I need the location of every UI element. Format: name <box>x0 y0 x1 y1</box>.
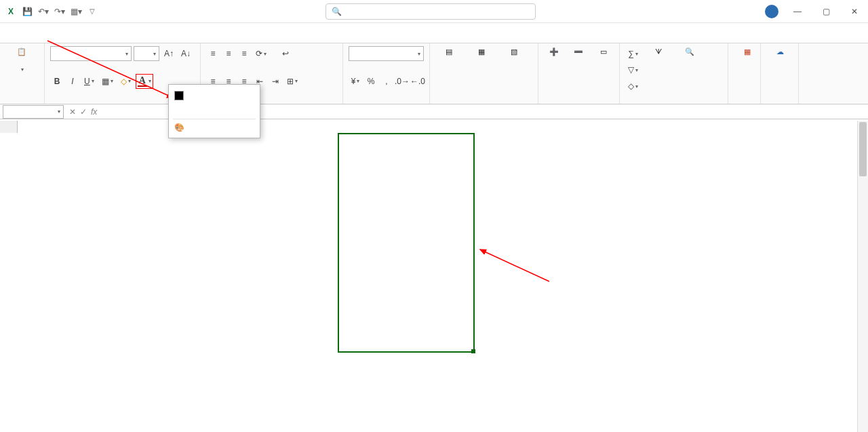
scrollbar-thumb[interactable] <box>859 122 867 176</box>
search-icon: 🔍 <box>332 7 342 16</box>
save-group-label <box>766 101 793 102</box>
conditional-format-button[interactable]: ▤ <box>435 46 462 65</box>
merge-center-button[interactable]: ⊞ <box>284 74 300 89</box>
align-bottom-icon[interactable]: ≡ <box>237 46 251 61</box>
increase-decimal-icon[interactable]: .0→ <box>395 74 409 89</box>
addin-icon: ▦ <box>739 47 755 64</box>
insert-cells-button[interactable]: ➕ <box>544 46 564 65</box>
name-box[interactable]: ▾ <box>3 105 64 119</box>
fill-color-button[interactable]: ◇ <box>118 74 134 89</box>
font-name-select[interactable]: ▾ <box>50 46 132 61</box>
select-all-corner[interactable] <box>0 121 18 133</box>
cancel-formula-icon[interactable]: ✕ <box>69 107 76 117</box>
font-size-select[interactable]: ▾ <box>134 46 159 61</box>
underline-button[interactable]: U▾ <box>81 74 97 89</box>
user-avatar[interactable] <box>765 5 778 18</box>
cell-styles-button[interactable]: ▧ <box>500 46 528 65</box>
percent-format-icon[interactable]: % <box>364 74 378 89</box>
font-color-dropdown[interactable]: 🎨 <box>168 84 260 138</box>
paste-button[interactable]: 📋 ▾ <box>8 46 35 73</box>
standard-color-row[interactable] <box>173 113 256 116</box>
italic-button[interactable]: I <box>66 74 79 89</box>
addins-button[interactable]: ▦ <box>734 46 761 65</box>
excel-icon: X <box>5 6 16 17</box>
align-top-icon[interactable]: ≡ <box>206 46 220 61</box>
bold-button[interactable]: B <box>50 74 64 89</box>
fill-handle[interactable] <box>471 349 475 353</box>
decrease-decimal-icon[interactable]: ←.0 <box>411 74 425 89</box>
qat-customize-icon[interactable]: ▽ <box>87 6 98 17</box>
autosum-icon[interactable]: ∑ <box>625 46 641 61</box>
maximize-button[interactable]: ▢ <box>816 2 835 21</box>
font-color-button[interactable]: A▾ <box>136 74 153 89</box>
comma-format-icon[interactable]: , <box>380 74 393 89</box>
undo-icon[interactable]: ↶▾ <box>38 6 49 17</box>
format-icon: ▭ <box>595 47 612 64</box>
insert-icon: ➕ <box>546 47 562 64</box>
increase-indent-icon[interactable]: ⇥ <box>269 74 282 89</box>
find-select-button[interactable]: 🔍 <box>676 46 703 65</box>
fx-icon[interactable]: fx <box>91 107 97 117</box>
worksheet-grid[interactable] <box>0 121 868 432</box>
delete-cells-button[interactable]: ➖ <box>568 46 589 65</box>
format-as-table-button[interactable]: ▦ <box>468 46 495 65</box>
wrap-text-button[interactable]: ↩ <box>279 46 292 61</box>
sort-filter-button[interactable]: ᗐ <box>645 46 672 65</box>
clear-icon[interactable]: ◇ <box>625 79 641 94</box>
table-fmt-icon: ▦ <box>473 47 490 64</box>
accounting-format-icon[interactable]: ¥ <box>349 74 362 89</box>
decrease-font-icon[interactable]: A↓ <box>178 46 193 61</box>
baidu-icon: ☁ <box>772 47 788 64</box>
redo-icon[interactable]: ↷▾ <box>54 6 65 17</box>
search-box[interactable]: 🔍 <box>326 3 536 20</box>
number-format-select[interactable]: ▾ <box>349 46 424 61</box>
close-button[interactable]: ✕ <box>845 2 864 21</box>
vertical-scrollbar[interactable] <box>857 121 868 432</box>
fill-icon[interactable]: ▽ <box>625 62 641 77</box>
styles-group-label <box>435 101 532 102</box>
find-icon: 🔍 <box>682 47 698 64</box>
orientation-icon[interactable]: ⟳ <box>253 46 269 61</box>
color-auto-row[interactable] <box>173 89 256 102</box>
border-button[interactable]: ▦ <box>99 74 116 89</box>
delete-icon: ➖ <box>570 47 587 64</box>
number-group-label <box>349 101 424 102</box>
formula-bar: ▾ ✕ ✓ fx <box>0 104 868 119</box>
format-cells-button[interactable]: ▭ <box>593 46 614 65</box>
increase-font-icon[interactable]: A↑ <box>161 46 176 61</box>
ribbon: 📋 ▾ ▾ ▾ A↑ A↓ B I U▾ ▦ ◇ A▾ ≡ ≡ ≡ ⟳ <box>0 43 868 104</box>
align-middle-icon[interactable]: ≡ <box>222 46 235 61</box>
selection-rectangle <box>338 133 475 353</box>
cell-style-icon: ▧ <box>506 47 522 64</box>
addins-group-label <box>734 101 755 102</box>
theme-shades-grid[interactable] <box>173 108 256 111</box>
sort-filter-icon: ᗐ <box>650 47 667 64</box>
cond-fmt-icon: ▤ <box>441 47 457 64</box>
palette-icon: 🎨 <box>174 123 184 132</box>
editing-group-label <box>625 101 722 102</box>
qat-more-icon[interactable]: ▦▾ <box>71 6 81 17</box>
cells-group-label <box>544 101 614 102</box>
paste-icon: 📋 <box>14 47 30 64</box>
title-bar: X 💾 ↶▾ ↷▾ ▦▾ ▽ 🔍 — ▢ ✕ <box>0 0 868 23</box>
ribbon-tabs <box>0 23 868 43</box>
clipboard-group-label <box>8 101 39 102</box>
baidu-save-button[interactable]: ☁ <box>766 46 793 65</box>
save-icon[interactable]: 💾 <box>22 6 33 17</box>
accept-formula-icon[interactable]: ✓ <box>80 107 87 117</box>
minimize-button[interactable]: — <box>788 2 807 21</box>
more-colors-button[interactable]: 🎨 <box>173 119 256 134</box>
